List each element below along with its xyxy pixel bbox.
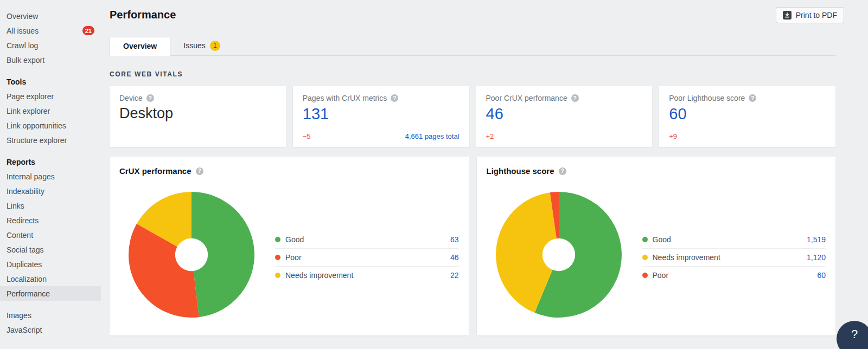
lighthouse-donut-chart[interactable] xyxy=(493,189,624,320)
legend-label: Poor xyxy=(653,271,669,280)
print-to-pdf-label: Print to PDF xyxy=(796,11,837,20)
legend-label: Good xyxy=(653,235,671,244)
legend-value-poor[interactable]: 60 xyxy=(817,271,826,280)
sidebar-item-label: Redirects xyxy=(7,216,39,225)
sidebar-item-label: Bulk export xyxy=(7,56,44,64)
legend-value-needs-improvement[interactable]: 22 xyxy=(450,271,459,280)
sidebar-item-label: Structure explorer xyxy=(7,136,67,145)
needs-improvement-dot-icon xyxy=(275,273,280,278)
needs-improvement-dot-icon xyxy=(642,255,648,260)
crux-donut-chart[interactable] xyxy=(126,189,257,320)
sidebar-item-performance[interactable]: Performance xyxy=(0,286,101,301)
lighthouse-legend: Good 1,519 Needs improvement 1,120 Poor … xyxy=(642,230,826,284)
poor-dot-icon xyxy=(642,273,648,278)
page-title: Performance xyxy=(110,9,844,21)
sidebar-section-reports: Reports xyxy=(0,154,101,169)
all-issues-count-badge: 21 xyxy=(82,26,94,35)
sidebar-item-social-tags[interactable]: Social tags xyxy=(0,242,101,257)
poor-crux-delta: +2 xyxy=(486,132,494,140)
sidebar-item-label: Social tags xyxy=(7,245,43,254)
poor-lighthouse-delta: +9 xyxy=(669,132,677,140)
tab-label: Overview xyxy=(123,37,157,56)
legend-value-good[interactable]: 63 xyxy=(450,235,459,244)
pages-total-link[interactable]: 4,661 pages total xyxy=(405,132,459,140)
tab-issues[interactable]: Issues 1 xyxy=(170,36,233,55)
sidebar-item-internal-pages[interactable]: Internal pages xyxy=(0,169,101,184)
sidebar-item-label: Duplicates xyxy=(7,260,42,269)
print-to-pdf-button[interactable]: Print to PDF xyxy=(776,7,844,23)
help-icon[interactable]: ? xyxy=(146,94,154,102)
sidebar-item-label: Overview xyxy=(7,12,38,21)
sidebar-item-localization[interactable]: Localization xyxy=(0,272,101,286)
sidebar-item-all-issues[interactable]: All issues 21 xyxy=(0,23,101,38)
chart-cards-row: CrUX performance ? Good 63 Poor 46 xyxy=(110,157,835,335)
poor-crux-value[interactable]: 46 xyxy=(486,105,643,123)
metric-label: Poor CrUX performance xyxy=(486,94,567,102)
site-audit-performance-page: Overview All issues 21 Crawl log Bulk ex… xyxy=(0,0,868,349)
main-content: Performance Print to PDF Overview Issues… xyxy=(110,0,844,335)
help-icon[interactable]: ? xyxy=(559,167,566,175)
sidebar-item-label: Links xyxy=(7,202,24,210)
legend-label: Poor xyxy=(285,253,302,262)
sidebar-item-crawl-log[interactable]: Crawl log xyxy=(0,38,101,53)
core-web-vitals-heading: CORE WEB VITALS xyxy=(110,70,844,78)
sidebar-item-label: Indexability xyxy=(7,187,44,196)
poor-dot-icon xyxy=(275,255,280,260)
sidebar-item-label: Localization xyxy=(7,275,47,283)
metric-label: Pages with CrUX metrics xyxy=(303,94,387,102)
legend-row-poor: Poor 46 xyxy=(275,248,459,266)
sidebar-item-label: Internal pages xyxy=(7,172,55,181)
sidebar-item-label: All issues xyxy=(7,27,39,35)
sidebar-item-link-explorer[interactable]: Link explorer xyxy=(0,104,101,118)
device-value: Desktop xyxy=(119,105,276,122)
sidebar-item-label: Performance xyxy=(7,289,50,298)
sidebar-item-content[interactable]: Content xyxy=(0,228,101,242)
metric-cards-row: Device ? Desktop Pages with CrUX metrics… xyxy=(110,86,835,147)
help-icon[interactable]: ? xyxy=(749,94,756,102)
sidebar-item-label: JavaScript xyxy=(7,326,42,334)
print-pdf-icon xyxy=(783,11,792,20)
sidebar-item-label: Content xyxy=(7,231,33,240)
metric-label: Device xyxy=(119,94,143,102)
crux-legend: Good 63 Poor 46 Needs improvement 22 xyxy=(275,230,459,284)
issues-count-badge: 1 xyxy=(210,41,220,51)
sidebar-item-structure-explorer[interactable]: Structure explorer xyxy=(0,133,101,147)
sidebar-item-overview[interactable]: Overview xyxy=(0,9,101,23)
tab-label: Issues xyxy=(183,36,205,55)
help-icon[interactable]: ? xyxy=(571,94,579,102)
poor-lighthouse-value[interactable]: 60 xyxy=(669,105,826,123)
crux-performance-card: CrUX performance ? Good 63 Poor 46 xyxy=(110,157,469,335)
metric-label: Poor Lighthouse score xyxy=(669,94,745,102)
donut-slice-good[interactable] xyxy=(192,192,254,317)
tab-bar: Overview Issues 1 xyxy=(110,36,835,56)
legend-value-poor[interactable]: 46 xyxy=(450,253,459,262)
sidebar-item-label: Link explorer xyxy=(7,107,50,115)
help-icon[interactable]: ? xyxy=(196,167,203,175)
good-dot-icon xyxy=(275,237,280,242)
legend-value-needs-improvement[interactable]: 1,120 xyxy=(807,253,826,262)
sidebar-item-indexability[interactable]: Indexability xyxy=(0,184,101,198)
sidebar-item-redirects[interactable]: Redirects xyxy=(0,213,101,228)
legend-row-needs-improvement: Needs improvement 22 xyxy=(275,266,459,284)
help-icon[interactable]: ? xyxy=(391,94,398,102)
tab-overview[interactable]: Overview xyxy=(110,37,170,56)
pages-with-crux-metrics-card: Pages with CrUX metrics ? 131 −5 4,661 p… xyxy=(293,86,469,147)
chart-title: CrUX performance xyxy=(119,166,192,176)
legend-row-poor: Poor 60 xyxy=(642,266,826,284)
sidebar-item-duplicates[interactable]: Duplicates xyxy=(0,257,101,272)
sidebar-item-javascript[interactable]: JavaScript xyxy=(0,322,101,337)
sidebar-item-page-explorer[interactable]: Page explorer xyxy=(0,89,101,104)
legend-row-needs-improvement: Needs improvement 1,120 xyxy=(642,248,826,266)
sidebar: Overview All issues 21 Crawl log Bulk ex… xyxy=(0,0,101,337)
legend-label: Good xyxy=(285,235,304,244)
question-mark-icon: ? xyxy=(851,327,858,341)
legend-label: Needs improvement xyxy=(285,271,353,280)
sidebar-item-images[interactable]: Images xyxy=(0,308,101,322)
sidebar-item-link-opportunities[interactable]: Link opportunities xyxy=(0,118,101,133)
poor-crux-performance-card: Poor CrUX performance ? 46 +2 xyxy=(476,86,653,147)
legend-value-good[interactable]: 1,519 xyxy=(807,235,826,244)
pages-with-crux-value[interactable]: 131 xyxy=(303,105,459,123)
lighthouse-score-card: Lighthouse score ? Good 1,519 Needs impr… xyxy=(477,157,836,335)
sidebar-item-links[interactable]: Links xyxy=(0,198,101,213)
sidebar-item-bulk-export[interactable]: Bulk export xyxy=(0,53,101,67)
